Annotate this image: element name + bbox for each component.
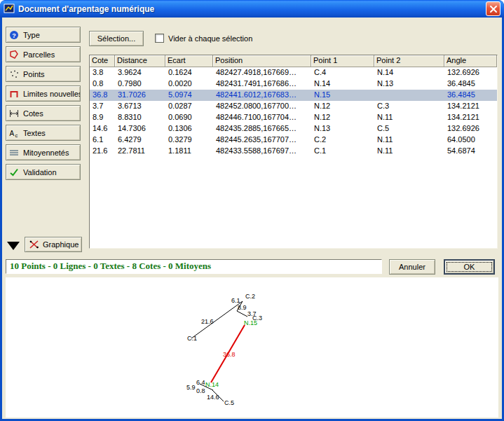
table-cell: 0.7980 bbox=[115, 78, 165, 90]
table-cell: 6.1 bbox=[90, 134, 115, 146]
table-cell: 0.1306 bbox=[165, 123, 213, 134]
table-cell: 5.0974 bbox=[165, 90, 213, 101]
selection-button[interactable]: Sélection... bbox=[89, 31, 144, 46]
sidebar-item-mitoyennetes[interactable]: Mitoyennetés bbox=[6, 144, 81, 160]
sidebar-item-type[interactable]: ?Type bbox=[6, 27, 81, 43]
table-row[interactable]: 21.622.78111.1811482433.5588,167697…C.1N… bbox=[90, 146, 497, 157]
table-cell: 132.6926 bbox=[444, 123, 498, 134]
annuler-button[interactable]: Annuler bbox=[389, 259, 435, 275]
table-cell: 14.6 bbox=[90, 123, 115, 134]
sidebar-item-label: Textes bbox=[23, 129, 46, 137]
table-row[interactable]: 3.73.67130.0287482452.0800,167700…N.12C.… bbox=[90, 101, 497, 112]
table-cell: 36.4845 bbox=[444, 78, 498, 90]
table-cell: 0.1624 bbox=[165, 67, 213, 78]
drawing-label: 21.6 bbox=[201, 318, 214, 325]
table-cell: 8.9 bbox=[90, 112, 115, 123]
table-cell: 1.1811 bbox=[165, 146, 213, 157]
table-cell: 21.6 bbox=[90, 146, 115, 157]
drawing-canvas[interactable]: C.26.18.93.7C.3N.1521.6C.136.86.4N.145.9… bbox=[6, 277, 498, 417]
column-header-point-1[interactable]: Point 1 bbox=[311, 55, 374, 67]
table-cell: N.12 bbox=[311, 112, 374, 123]
drawing-label: 6.4 bbox=[196, 379, 205, 386]
table-body: 3.83.96240.1624482427.4918,167669…C.4N.1… bbox=[90, 67, 497, 157]
points-icon bbox=[9, 69, 20, 79]
expand-triangle-button[interactable] bbox=[7, 240, 22, 252]
table-cell: C.1 bbox=[311, 146, 374, 157]
table-cell: 22.7811 bbox=[115, 146, 165, 157]
limits-icon bbox=[9, 89, 20, 99]
table-cell: 0.0287 bbox=[165, 101, 213, 112]
svg-text:?: ? bbox=[12, 32, 16, 39]
column-header-ecart[interactable]: Ecart bbox=[165, 55, 213, 67]
table-cell: 134.2121 bbox=[444, 112, 498, 123]
table-cell: 482427.4918,167669… bbox=[213, 67, 311, 78]
app-icon bbox=[4, 3, 15, 15]
question-icon: ? bbox=[9, 30, 20, 40]
drawing-label: 6.1 bbox=[231, 297, 240, 304]
close-button[interactable] bbox=[486, 1, 500, 16]
table-cell: 482452.0800,167700… bbox=[213, 101, 311, 112]
table-cell: C.5 bbox=[374, 123, 444, 134]
table-cell: 0.0020 bbox=[165, 78, 213, 90]
drawing-label: N.14 bbox=[205, 381, 219, 388]
check-icon bbox=[9, 167, 20, 177]
dimension-icon bbox=[9, 109, 20, 118]
drawing-label: C.5 bbox=[224, 399, 234, 406]
column-header-position[interactable]: Position bbox=[213, 55, 311, 67]
sidebar-item-parcelles[interactable]: Parcelles bbox=[6, 46, 81, 62]
table-row[interactable]: 3.83.96240.1624482427.4918,167669…C.4N.1… bbox=[90, 67, 497, 78]
column-header-angle[interactable]: Angle bbox=[444, 55, 497, 67]
sidebar-item-validation[interactable]: Validation bbox=[6, 164, 81, 180]
triangle-down-icon bbox=[7, 242, 20, 250]
dialog-body: ?TypeParcellesPointsLimites nouvellesCot… bbox=[2, 18, 502, 419]
table-row[interactable]: 0.80.79800.0020482431.7491,167686…N.14N.… bbox=[90, 78, 497, 90]
table-cell: 36.8 bbox=[90, 90, 115, 101]
table-cell: N.14 bbox=[311, 78, 374, 90]
table-row[interactable]: 8.98.83100.0690482446.7100,167704…N.12N.… bbox=[90, 112, 497, 123]
table-row[interactable]: 14.614.73060.1306482435.2885,167665…N.13… bbox=[90, 123, 497, 134]
sidebar-item-cotes[interactable]: Cotes bbox=[6, 105, 81, 121]
sidebar: ?TypeParcellesPointsLimites nouvellesCot… bbox=[6, 27, 81, 184]
vider-checkbox-label: Vider à chaque sélection bbox=[168, 34, 252, 43]
table-cell: 8.8310 bbox=[115, 112, 165, 123]
table-cell bbox=[374, 90, 444, 101]
table-cell: 134.2121 bbox=[444, 101, 498, 112]
table-cell: 14.7306 bbox=[115, 123, 165, 134]
drawing-label: C.2 bbox=[245, 293, 255, 300]
column-header-distance[interactable]: Distance bbox=[115, 55, 165, 67]
table-cell: 482431.7491,167686… bbox=[213, 78, 311, 90]
drawing-label: 5.9 bbox=[186, 384, 196, 391]
vider-checkbox-row[interactable]: Vider à chaque sélection bbox=[155, 34, 252, 43]
sidebar-item-limites[interactable]: Limites nouvelles bbox=[6, 85, 81, 102]
cotes-table[interactable]: CoteDistanceEcartPositionPoint 1Point 2A… bbox=[89, 55, 498, 249]
drawing-label: N.15 bbox=[244, 319, 257, 326]
column-header-cote[interactable]: Cote bbox=[90, 55, 115, 67]
survey-sketch: C.26.18.93.7C.3N.1521.6C.136.86.4N.145.9… bbox=[6, 277, 498, 417]
ok-button[interactable]: OK bbox=[444, 259, 495, 275]
table-cell: 482446.7100,167704… bbox=[213, 112, 311, 123]
graphique-button[interactable]: Graphique bbox=[25, 237, 82, 252]
table-cell: C.3 bbox=[374, 101, 444, 112]
title-bar[interactable]: Document d'arpentage numérique bbox=[0, 0, 504, 18]
table-cell: 3.6713 bbox=[115, 101, 165, 112]
table-cell: 132.6926 bbox=[444, 67, 498, 78]
vider-checkbox[interactable] bbox=[155, 34, 164, 43]
sidebar-item-label: Validation bbox=[23, 168, 57, 177]
dialog-window: Document d'arpentage numérique ?TypeParc… bbox=[0, 0, 504, 421]
graphique-button-label: Graphique bbox=[43, 240, 79, 249]
table-cell: 482435.2885,167665… bbox=[213, 123, 311, 134]
table-cell: 54.6874 bbox=[444, 146, 498, 157]
column-header-point-2[interactable]: Point 2 bbox=[374, 55, 444, 67]
table-row[interactable]: 6.16.42790.3279482445.2635,167707…C.2N.1… bbox=[90, 134, 497, 146]
table-cell: 3.8 bbox=[90, 67, 115, 78]
sidebar-item-textes[interactable]: AcTextes bbox=[6, 125, 81, 141]
sidebar-item-label: Limites nouvelles bbox=[23, 90, 81, 98]
sidebar-item-points[interactable]: Points bbox=[6, 66, 81, 82]
table-cell: C.2 bbox=[311, 134, 374, 146]
table-row[interactable]: 36.831.70265.0974482441.6012,167683…N.15… bbox=[90, 90, 497, 101]
table-cell: 3.7 bbox=[90, 101, 115, 112]
table-cell: 0.0690 bbox=[165, 112, 213, 123]
graph-icon bbox=[29, 240, 40, 249]
drawing-label: 14.6 bbox=[207, 394, 219, 401]
table-cell: 0.8 bbox=[90, 78, 115, 90]
